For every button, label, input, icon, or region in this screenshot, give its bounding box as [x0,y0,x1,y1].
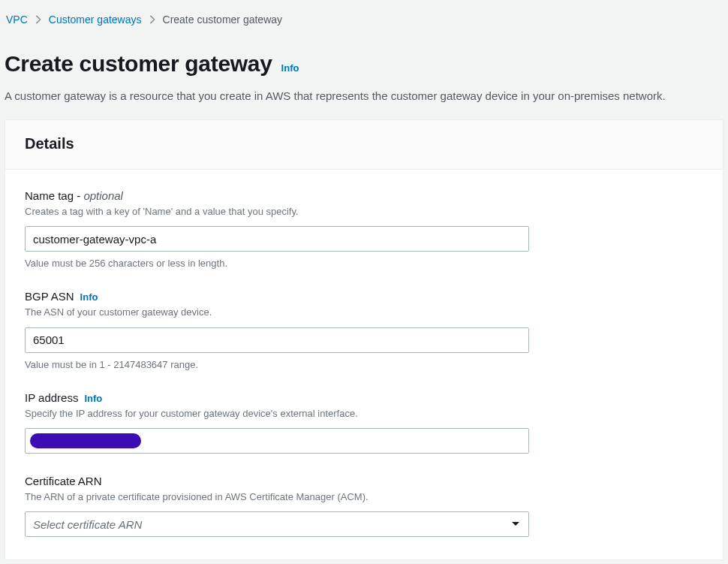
bgp-asn-help: The ASN of your customer gateway device. [25,306,703,319]
name-tag-help: Creates a tag with a key of 'Name' and a… [25,205,703,219]
page-subtitle: A customer gateway is a resource that yo… [5,77,723,119]
bgp-asn-hint: Value must be in 1 - 2147483647 range. [25,359,703,370]
info-link-bgp-asn[interactable]: Info [80,291,98,303]
details-panel-header: Details [5,120,723,170]
ip-address-input[interactable] [25,428,529,454]
ip-address-label: IP address [25,391,78,404]
certificate-arn-field: Certificate ARN The ARN of a private cer… [25,475,703,537]
info-link-page[interactable]: Info [281,62,299,74]
breadcrumb-current: Create customer gateway [163,14,283,26]
name-tag-hint: Value must be 256 characters or less in … [25,258,703,269]
certificate-arn-placeholder: Select certificate ARN [33,518,142,531]
breadcrumb-vpc-link[interactable]: VPC [6,14,28,26]
details-panel: Details Name tag - optional Creates a ta… [5,119,723,560]
ip-address-help: Specify the IP address for your customer… [25,407,703,421]
details-panel-title: Details [25,135,703,152]
info-link-ip-address[interactable]: Info [84,393,102,404]
chevron-right-icon [35,15,41,24]
name-tag-field: Name tag - optional Creates a tag with a… [25,189,703,269]
certificate-arn-label: Certificate ARN [25,475,102,487]
bgp-asn-label: BGP ASN [25,290,74,303]
page-title: Create customer gateway [5,51,272,77]
bgp-asn-field: BGP ASN Info The ASN of your customer ga… [25,290,703,369]
name-tag-label: Name tag - optional [25,189,123,202]
breadcrumb-customer-gateways-link[interactable]: Customer gateways [49,14,142,26]
breadcrumb: VPC Customer gateways Create customer ga… [5,6,723,32]
chevron-right-icon [149,15,155,24]
name-tag-input[interactable] [25,226,529,252]
bgp-asn-input[interactable] [25,327,529,353]
certificate-arn-help: The ARN of a private certificate provisi… [25,490,703,504]
certificate-arn-select[interactable]: Select certificate ARN [25,511,529,537]
ip-address-field: IP address Info Specify the IP address f… [25,391,703,454]
